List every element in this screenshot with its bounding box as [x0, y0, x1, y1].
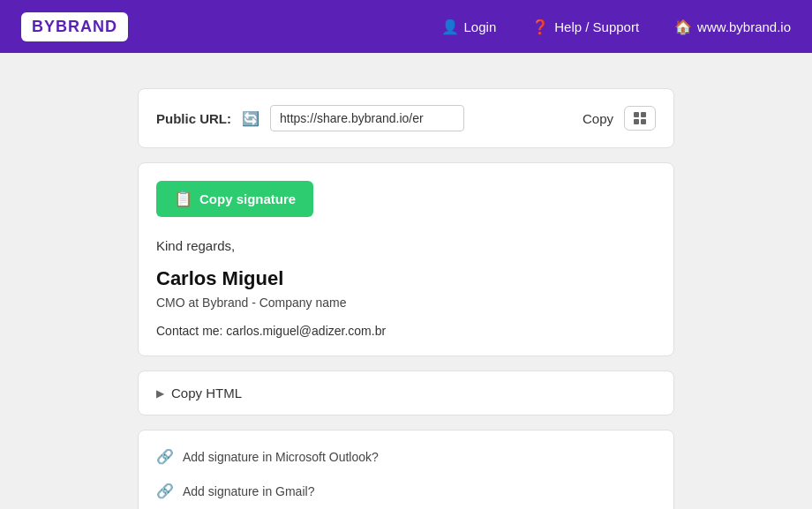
signature-name: Carlos Miguel: [156, 267, 656, 290]
list-item[interactable]: 🔗 Add signature in Gmail?: [139, 474, 673, 508]
copy-sig-icon: 📋: [174, 190, 192, 208]
chevron-right-icon: ▶: [156, 387, 164, 400]
signature-title: CMO at Bybrand - Company name: [156, 296, 656, 310]
main-nav: 👤 Login ❓ Help / Support 🏠 www.bybrand.i…: [441, 19, 791, 35]
login-link[interactable]: 👤 Login: [441, 19, 497, 35]
copy-url-button[interactable]: Copy: [583, 111, 613, 126]
signature-contact: Contact me: carlos.miguel@adizer.com.br: [156, 324, 656, 338]
logo[interactable]: BYBRAND: [21, 12, 128, 41]
grid-view-button[interactable]: [624, 106, 656, 131]
copy-html-card: ▶ Copy HTML: [138, 371, 674, 415]
link-icon: 🔗: [156, 483, 174, 499]
signature-greeting: Kind regards,: [156, 238, 656, 253]
grid-icon: [634, 112, 646, 124]
link-text: Add signature in Gmail?: [183, 484, 314, 498]
links-card: 🔗 Add signature in Microsoft Outlook? 🔗 …: [138, 430, 674, 509]
url-input[interactable]: [270, 105, 464, 131]
signature-card: 📋 Copy signature Kind regards, Carlos Mi…: [138, 162, 674, 356]
list-item[interactable]: 🔗 Add signature in Microsoft Outlook?: [139, 439, 673, 474]
main-content: Public URL: 🔄 Copy 📋 Copy signature Kind…: [124, 88, 688, 509]
refresh-icon[interactable]: 🔄: [242, 110, 259, 127]
url-card: Public URL: 🔄 Copy: [138, 88, 674, 148]
copy-html-toggle[interactable]: ▶ Copy HTML: [139, 371, 673, 415]
home-icon: 🏠: [674, 19, 692, 35]
url-label: Public URL:: [156, 111, 231, 126]
user-icon: 👤: [441, 19, 459, 35]
link-icon: 🔗: [156, 448, 174, 465]
copy-html-label: Copy HTML: [171, 385, 242, 400]
copy-signature-button[interactable]: 📋 Copy signature: [156, 181, 313, 217]
website-link[interactable]: 🏠 www.bybrand.io: [674, 19, 791, 35]
help-link[interactable]: ❓ Help / Support: [531, 19, 639, 35]
help-icon: ❓: [531, 19, 549, 35]
link-text: Add signature in Microsoft Outlook?: [183, 450, 379, 464]
